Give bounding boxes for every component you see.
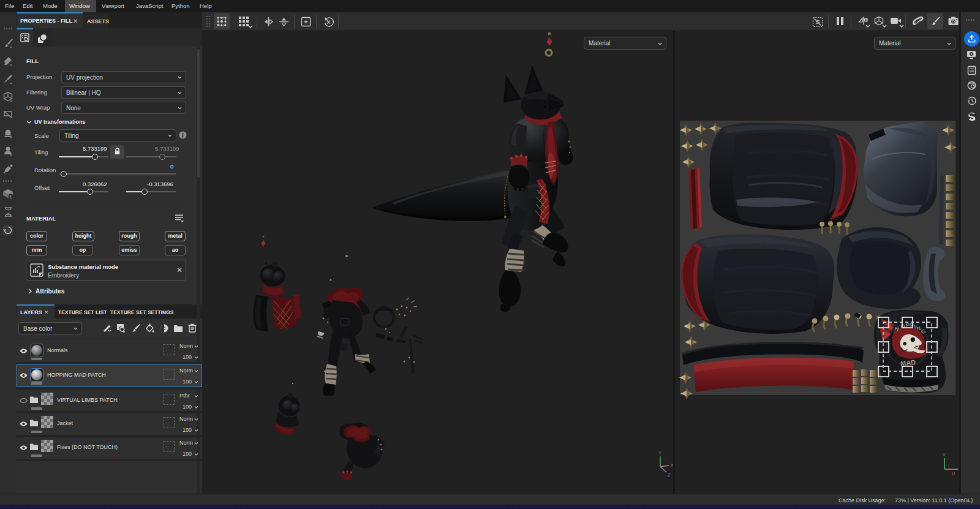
svg-text:O: O <box>900 323 905 330</box>
svg-text:Y: Y <box>658 451 662 455</box>
svg-text:V: V <box>943 453 946 457</box>
svg-text:Z: Z <box>668 473 671 477</box>
svg-text:U: U <box>952 472 955 476</box>
svg-text:1: 1 <box>9 194 12 200</box>
